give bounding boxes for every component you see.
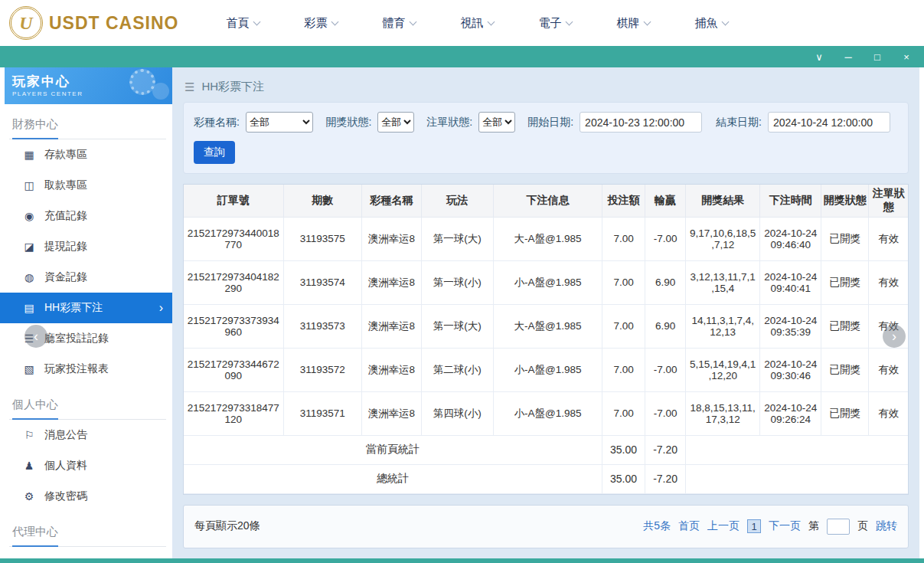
calculator-icon: ▦: [23, 149, 35, 161]
nav-item-sports[interactable]: 體育: [382, 16, 416, 31]
table-cell: 澳洲幸运8: [361, 217, 421, 260]
table-cell: -7.00: [645, 391, 686, 435]
sidebar-item-recharge-record[interactable]: ◉充值記錄: [5, 201, 172, 231]
sidebar-item-label: 玩家投注報表: [44, 362, 109, 376]
end-date-input[interactable]: [768, 112, 890, 133]
window-bottom-border: [0, 558, 924, 563]
droplet-icon: ◉: [23, 210, 35, 222]
table-row: 215217297344001877031193575澳洲幸运8第一球(大)大-…: [184, 217, 908, 260]
end-date-label: 結束日期:: [716, 116, 762, 129]
table-row: 215217297337393496031193573澳洲幸运8第一球(大)大-…: [184, 304, 908, 348]
sidebar-item-profile[interactable]: ♟個人資料: [5, 450, 172, 481]
logo-text: USDT CASINO: [49, 13, 178, 34]
table-cell: 7.00: [602, 391, 645, 435]
column-header: 玩法: [421, 185, 493, 217]
top-navigation: U USDT CASINO 首頁彩票體育視訊電子棋牌捕魚: [0, 0, 924, 46]
sidebar-item-hh-lottery-bets[interactable]: ▤HH彩票下注›: [0, 293, 172, 323]
minimize-button[interactable]: ─: [843, 52, 854, 62]
window-dropdown-icon[interactable]: ∨: [814, 52, 824, 62]
table-cell: 大-A盤@1.985: [493, 304, 602, 348]
sidebar-item-label: HH彩票下注: [44, 301, 103, 315]
table-row: 215217297340418229031193574澳洲幸运8第一球(小)小-…: [184, 260, 908, 304]
sidebar-item-funds-record[interactable]: ◍資金記錄: [5, 262, 172, 293]
scroll-left-button[interactable]: ‹: [24, 325, 47, 348]
table-cell: 2152172973373934960: [184, 304, 283, 348]
table-cell: 2024-10-24 09:40:41: [760, 260, 821, 304]
filter-panel: 彩種名稱: 全部 開獎狀態: 全部 注單狀態: 全部 開始日期: 結束日期:: [183, 102, 909, 174]
column-header: 投注額: [602, 185, 645, 217]
nav-item-chess[interactable]: 棋牌: [616, 16, 650, 31]
sidebar-section-title: 代理中心: [9, 516, 166, 547]
section-title-text: 個人中心: [12, 398, 58, 420]
prev-page-link[interactable]: 上一页: [707, 519, 740, 533]
sidebar-item-withdraw[interactable]: ◫取款專區: [5, 170, 172, 201]
scroll-right-button[interactable]: ›: [883, 325, 906, 348]
search-button[interactable]: 查詢: [194, 141, 235, 164]
chevron-down-icon: [488, 18, 495, 26]
table-cell: 小-A盤@1.985: [493, 260, 602, 304]
hamburger-menu-icon[interactable]: ☰: [184, 80, 194, 94]
table-cell: 第二球(小): [421, 348, 493, 391]
table-cell: 14,11,3,1,7,4,12,13: [686, 304, 760, 348]
nav-item-lottery[interactable]: 彩票: [304, 16, 338, 31]
table-cell: 澳洲幸运8: [361, 304, 421, 348]
bets-table: 訂單號期數彩種名稱玩法下注信息投注額輸贏開獎結果下注時間開獎狀態注單狀態 215…: [184, 185, 908, 494]
nav-item-home[interactable]: 首頁: [226, 16, 260, 31]
sidebar-item-deposit[interactable]: ▦存款專區: [5, 139, 172, 170]
table-cell: 有效: [869, 348, 908, 391]
current-page-indicator[interactable]: 1: [747, 519, 761, 533]
chevron-left-icon: ‹: [34, 329, 38, 345]
table-cell: 第一球(大): [421, 217, 493, 260]
table-cell: 31193575: [283, 217, 361, 260]
sidebar-item-label: 個人資料: [44, 459, 87, 473]
table-cell: 31193571: [283, 391, 361, 435]
sidebar-item-player-bet-report[interactable]: ▧玩家投注報表: [5, 354, 172, 385]
sidebar-item-change-password[interactable]: ⚙修改密碼: [5, 481, 172, 512]
close-button[interactable]: ×: [901, 52, 912, 62]
chevron-down-icon: [410, 18, 417, 26]
table-cell: 已開獎: [821, 260, 869, 304]
table-cell: 第四球(小): [421, 391, 493, 435]
nav-item-label: 電子: [538, 16, 561, 31]
lottery-name-select[interactable]: 全部: [246, 112, 314, 133]
draw-status-select[interactable]: 全部: [377, 112, 414, 133]
nav-item-slots[interactable]: 電子: [538, 16, 572, 31]
jump-button[interactable]: 跳转: [876, 519, 897, 533]
jump-prefix-label: 第: [808, 519, 819, 533]
table-cell: 7.00: [602, 217, 645, 260]
app-logo[interactable]: U USDT CASINO: [9, 6, 178, 40]
table-cell: 有效: [869, 217, 908, 260]
table-cell: 有效: [869, 391, 908, 435]
start-date-input[interactable]: [580, 112, 702, 133]
column-header: 開獎結果: [686, 185, 760, 217]
start-date-label: 開始日期:: [527, 116, 573, 129]
gear-icon: ⚙: [23, 490, 35, 502]
page-jump-input[interactable]: [827, 519, 850, 535]
nav-item-label: 體育: [382, 16, 405, 31]
summary-winloss-total: -7.20: [645, 435, 686, 464]
table-cell: 31193574: [283, 260, 361, 304]
next-page-link[interactable]: 下一页: [769, 519, 801, 533]
sidebar-item-announcements[interactable]: ⚐消息公告: [5, 420, 172, 450]
nav-item-fishing[interactable]: 捕魚: [694, 16, 728, 31]
table-cell: 已開獎: [821, 217, 869, 260]
summary-label: 總統計: [184, 464, 602, 493]
nav-item-video[interactable]: 視訊: [460, 16, 494, 31]
table-cell: 31193573: [283, 304, 361, 348]
chevron-down-icon: [644, 18, 651, 26]
sidebar: 玩家中心 PLAYERS CENTER 財務中心▦存款專區◫取款專區◉充值記錄◪…: [0, 67, 172, 558]
column-header: 開獎狀態: [821, 185, 869, 217]
sidebar-item-withdrawal-record[interactable]: ◪提現記錄: [5, 231, 172, 262]
card-icon: ◪: [23, 241, 35, 253]
section-title-text: 代理中心: [12, 525, 58, 547]
sidebar-header: 玩家中心 PLAYERS CENTER: [5, 67, 172, 104]
order-status-select[interactable]: 全部: [478, 112, 515, 133]
table-cell: 2152172973440018770: [184, 217, 283, 260]
column-header: 訂單號: [184, 185, 283, 217]
summary-bet-total: 35.00: [602, 464, 645, 493]
first-page-link[interactable]: 首页: [678, 519, 700, 533]
section-title-text: 財務中心: [12, 117, 58, 139]
nav-item-label: 視訊: [460, 16, 483, 31]
maximize-button[interactable]: □: [872, 52, 883, 62]
table-body: 215217297344001877031193575澳洲幸运8第一球(大)大-…: [184, 217, 908, 493]
